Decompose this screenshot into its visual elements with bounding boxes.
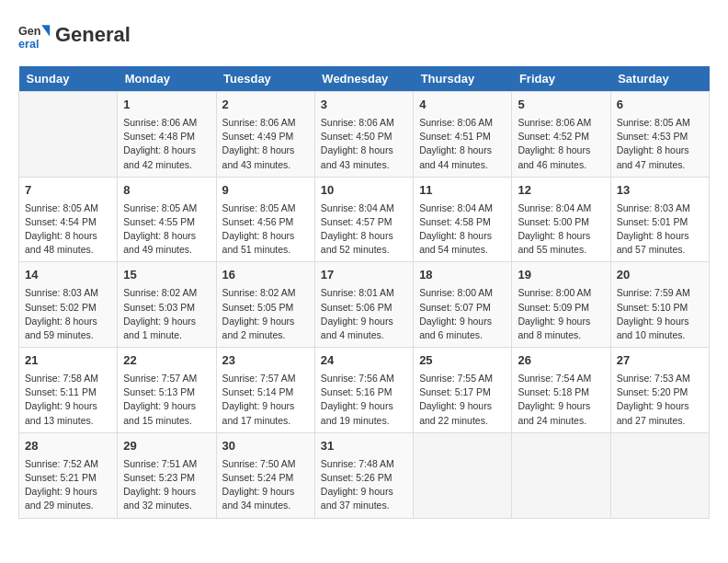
day-info: Sunrise: 7:56 AM Sunset: 5:16 PM Dayligh…	[321, 372, 407, 428]
calendar-cell: 16Sunrise: 8:02 AM Sunset: 5:05 PM Dayli…	[216, 262, 314, 348]
day-info: Sunrise: 7:50 AM Sunset: 5:24 PM Dayligh…	[222, 457, 309, 513]
logo-icon: Gen eral	[18, 18, 51, 52]
calendar-week-1: 1Sunrise: 8:06 AM Sunset: 4:48 PM Daylig…	[19, 92, 710, 178]
calendar-table: SundayMondayTuesdayWednesdayThursdayFrid…	[18, 66, 710, 519]
calendar-cell: 8Sunrise: 8:05 AM Sunset: 4:55 PM Daylig…	[118, 177, 216, 262]
day-number: 16	[222, 267, 309, 284]
calendar-cell: 21Sunrise: 7:58 AM Sunset: 5:11 PM Dayli…	[19, 348, 118, 433]
logo: Gen eral General	[18, 18, 131, 52]
day-info: Sunrise: 8:06 AM Sunset: 4:51 PM Dayligh…	[419, 116, 506, 172]
calendar-cell: 24Sunrise: 7:56 AM Sunset: 5:16 PM Dayli…	[314, 348, 413, 433]
svg-marker-2	[41, 25, 50, 37]
day-number: 15	[123, 267, 210, 284]
day-number: 25	[419, 352, 506, 370]
day-number: 29	[123, 438, 210, 455]
calendar-cell: 20Sunrise: 7:59 AM Sunset: 5:10 PM Dayli…	[610, 262, 709, 348]
day-info: Sunrise: 8:05 AM Sunset: 4:56 PM Dayligh…	[222, 201, 309, 258]
calendar-cell: 4Sunrise: 8:06 AM Sunset: 4:51 PM Daylig…	[414, 92, 512, 178]
day-number: 30	[222, 438, 309, 455]
calendar-cell: 5Sunrise: 8:06 AM Sunset: 4:52 PM Daylig…	[512, 92, 610, 178]
day-info: Sunrise: 8:05 AM Sunset: 4:53 PM Dayligh…	[617, 116, 703, 172]
day-number: 28	[25, 438, 111, 455]
day-number: 27	[617, 352, 703, 370]
calendar-cell: 6Sunrise: 8:05 AM Sunset: 4:53 PM Daylig…	[610, 92, 709, 178]
calendar-cell: 13Sunrise: 8:03 AM Sunset: 5:01 PM Dayli…	[610, 177, 709, 262]
day-header-row: SundayMondayTuesdayWednesdayThursdayFrid…	[19, 66, 710, 92]
day-info: Sunrise: 8:02 AM Sunset: 5:05 PM Dayligh…	[222, 286, 309, 342]
header-day-thursday: Thursday	[414, 66, 512, 92]
calendar-week-5: 28Sunrise: 7:52 AM Sunset: 5:21 PM Dayli…	[19, 432, 710, 518]
day-number: 11	[419, 182, 506, 200]
day-info: Sunrise: 8:05 AM Sunset: 4:54 PM Dayligh…	[25, 201, 111, 258]
calendar-cell: 25Sunrise: 7:55 AM Sunset: 5:17 PM Dayli…	[414, 348, 512, 433]
day-info: Sunrise: 7:59 AM Sunset: 5:10 PM Dayligh…	[617, 286, 703, 342]
calendar-cell: 30Sunrise: 7:50 AM Sunset: 5:24 PM Dayli…	[216, 432, 314, 518]
calendar-cell: 28Sunrise: 7:52 AM Sunset: 5:21 PM Dayli…	[19, 432, 118, 518]
day-info: Sunrise: 8:00 AM Sunset: 5:09 PM Dayligh…	[518, 286, 604, 342]
calendar-cell: 26Sunrise: 7:54 AM Sunset: 5:18 PM Dayli…	[512, 348, 610, 433]
day-info: Sunrise: 7:54 AM Sunset: 5:18 PM Dayligh…	[518, 372, 604, 428]
day-number: 17	[321, 267, 407, 284]
day-number: 6	[617, 97, 703, 114]
calendar-cell	[414, 432, 512, 518]
calendar-cell: 1Sunrise: 8:06 AM Sunset: 4:48 PM Daylig…	[118, 92, 216, 178]
day-number: 19	[518, 267, 604, 284]
day-info: Sunrise: 8:03 AM Sunset: 5:01 PM Dayligh…	[617, 201, 703, 258]
day-info: Sunrise: 7:48 AM Sunset: 5:26 PM Dayligh…	[321, 457, 407, 513]
day-number: 22	[123, 352, 210, 370]
svg-text:eral: eral	[18, 38, 39, 51]
day-number: 21	[25, 352, 111, 370]
header-day-tuesday: Tuesday	[216, 66, 314, 92]
day-number: 4	[419, 97, 506, 114]
calendar-cell: 10Sunrise: 8:04 AM Sunset: 4:57 PM Dayli…	[314, 177, 413, 262]
day-info: Sunrise: 8:06 AM Sunset: 4:48 PM Dayligh…	[123, 116, 210, 172]
header-day-sunday: Sunday	[19, 66, 118, 92]
calendar-cell: 11Sunrise: 8:04 AM Sunset: 4:58 PM Dayli…	[414, 177, 512, 262]
day-number: 9	[222, 182, 309, 200]
day-info: Sunrise: 7:58 AM Sunset: 5:11 PM Dayligh…	[25, 372, 111, 428]
calendar-cell: 23Sunrise: 7:57 AM Sunset: 5:14 PM Dayli…	[216, 348, 314, 433]
day-number: 1	[123, 97, 210, 114]
day-info: Sunrise: 8:00 AM Sunset: 5:07 PM Dayligh…	[419, 286, 506, 342]
page-header: Gen eral General	[18, 18, 710, 52]
header-day-saturday: Saturday	[610, 66, 709, 92]
header-day-monday: Monday	[118, 66, 216, 92]
day-info: Sunrise: 7:52 AM Sunset: 5:21 PM Dayligh…	[25, 457, 111, 513]
calendar-cell: 18Sunrise: 8:00 AM Sunset: 5:07 PM Dayli…	[414, 262, 512, 348]
day-info: Sunrise: 8:06 AM Sunset: 4:50 PM Dayligh…	[321, 116, 407, 172]
calendar-week-2: 7Sunrise: 8:05 AM Sunset: 4:54 PM Daylig…	[19, 177, 710, 262]
calendar-body: 1Sunrise: 8:06 AM Sunset: 4:48 PM Daylig…	[19, 92, 710, 519]
day-number: 13	[617, 182, 703, 200]
day-number: 20	[617, 267, 703, 284]
day-info: Sunrise: 8:04 AM Sunset: 4:57 PM Dayligh…	[321, 201, 407, 258]
calendar-cell: 17Sunrise: 8:01 AM Sunset: 5:06 PM Dayli…	[314, 262, 413, 348]
header-day-friday: Friday	[512, 66, 610, 92]
calendar-cell: 27Sunrise: 7:53 AM Sunset: 5:20 PM Dayli…	[610, 348, 709, 433]
calendar-cell: 14Sunrise: 8:03 AM Sunset: 5:02 PM Dayli…	[19, 262, 118, 348]
calendar-cell	[610, 432, 709, 518]
day-info: Sunrise: 7:55 AM Sunset: 5:17 PM Dayligh…	[419, 372, 506, 428]
day-number: 26	[518, 352, 604, 370]
day-info: Sunrise: 8:06 AM Sunset: 4:52 PM Dayligh…	[518, 116, 604, 172]
day-number: 2	[222, 97, 309, 114]
day-info: Sunrise: 8:04 AM Sunset: 4:58 PM Dayligh…	[419, 201, 506, 258]
header-day-wednesday: Wednesday	[314, 66, 413, 92]
day-info: Sunrise: 8:02 AM Sunset: 5:03 PM Dayligh…	[123, 286, 210, 342]
day-number: 31	[321, 438, 407, 455]
calendar-cell	[19, 92, 118, 178]
day-number: 10	[321, 182, 407, 200]
day-number: 18	[419, 267, 506, 284]
calendar-cell: 22Sunrise: 7:57 AM Sunset: 5:13 PM Dayli…	[118, 348, 216, 433]
calendar-cell: 15Sunrise: 8:02 AM Sunset: 5:03 PM Dayli…	[118, 262, 216, 348]
calendar-cell: 29Sunrise: 7:51 AM Sunset: 5:23 PM Dayli…	[118, 432, 216, 518]
day-info: Sunrise: 8:04 AM Sunset: 5:00 PM Dayligh…	[518, 201, 604, 258]
day-info: Sunrise: 8:06 AM Sunset: 4:49 PM Dayligh…	[222, 116, 309, 172]
day-info: Sunrise: 7:51 AM Sunset: 5:23 PM Dayligh…	[123, 457, 210, 513]
logo-text: General	[55, 24, 131, 46]
calendar-cell: 12Sunrise: 8:04 AM Sunset: 5:00 PM Dayli…	[512, 177, 610, 262]
calendar-cell: 19Sunrise: 8:00 AM Sunset: 5:09 PM Dayli…	[512, 262, 610, 348]
day-info: Sunrise: 7:57 AM Sunset: 5:13 PM Dayligh…	[123, 372, 210, 428]
day-info: Sunrise: 7:57 AM Sunset: 5:14 PM Dayligh…	[222, 372, 309, 428]
calendar-cell: 3Sunrise: 8:06 AM Sunset: 4:50 PM Daylig…	[314, 92, 413, 178]
calendar-header: SundayMondayTuesdayWednesdayThursdayFrid…	[19, 66, 710, 92]
